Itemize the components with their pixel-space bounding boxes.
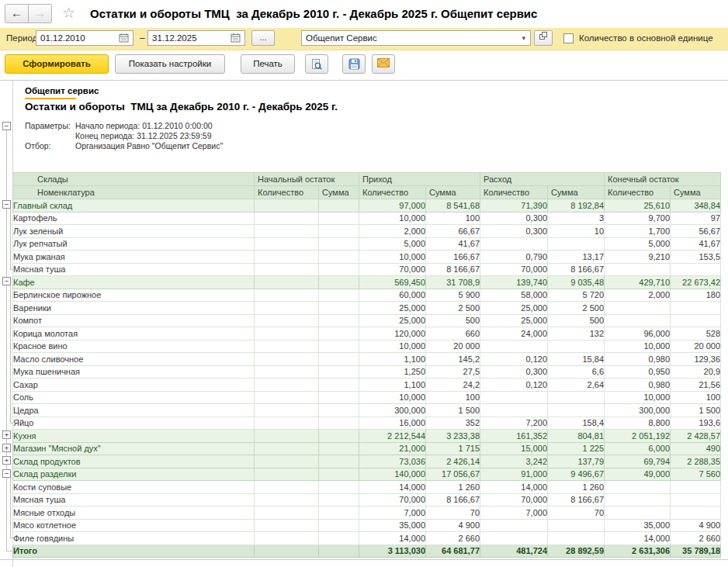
- cell-value: 500: [548, 314, 605, 327]
- item-row: Мясо котлетное35,0004 90035,0004 900: [13, 519, 721, 532]
- cell-value: 2 500: [548, 302, 605, 315]
- cell-value: 70: [426, 506, 480, 520]
- row-label[interactable]: Кафе: [13, 276, 255, 289]
- cell-value: 25,000: [359, 314, 426, 327]
- report-collapse-button[interactable]: −: [2, 122, 11, 130]
- header-sum: Сумма: [426, 186, 480, 199]
- expand-group-button[interactable]: +: [2, 456, 11, 465]
- cell-value: [319, 212, 359, 225]
- cell-value: 14,000: [480, 481, 548, 494]
- cell-value: 13,17: [548, 251, 605, 264]
- cell-value: [548, 519, 605, 532]
- cell-value: [319, 314, 359, 327]
- cell-value: [319, 519, 359, 532]
- collapse-group-button[interactable]: −: [2, 469, 11, 478]
- cell-value: [605, 314, 671, 327]
- cell-value: 9 035,48: [548, 276, 605, 289]
- row-label[interactable]: Склад разделки: [13, 468, 255, 481]
- cell-value: 0,300: [480, 212, 548, 225]
- print-button[interactable]: Печать: [241, 54, 295, 74]
- tree-line: [10, 209, 11, 269]
- save-button[interactable]: [342, 54, 366, 74]
- cell-value: 300,000: [605, 404, 671, 417]
- collapse-group-button[interactable]: −: [2, 277, 11, 285]
- cell-value: [255, 506, 319, 520]
- cell-value: [319, 404, 359, 417]
- report-org-name[interactable]: Общепит сервис: [25, 86, 99, 95]
- row-label[interactable]: Склад продуктов: [13, 455, 255, 468]
- header-qty: Количество: [255, 186, 319, 199]
- cell-value: [319, 327, 359, 341]
- organization-value: Общепит Сервис: [306, 33, 377, 43]
- expand-group-button[interactable]: +: [2, 444, 11, 452]
- favorite-star-icon[interactable]: ☆: [62, 4, 75, 22]
- forward-arrow-icon: →: [34, 6, 46, 19]
- collapse-group-button[interactable]: −: [2, 200, 11, 209]
- date-from-input[interactable]: 01.12.2010: [36, 30, 133, 46]
- organization-open-button[interactable]: [534, 30, 553, 46]
- show-settings-button[interactable]: Показать настройки: [115, 54, 225, 74]
- cell-value: [671, 481, 721, 494]
- cell-value: 24,2: [426, 379, 480, 392]
- row-label: Мясная туша: [13, 263, 255, 276]
- row-label[interactable]: Магазин "Мясной дух": [13, 442, 255, 455]
- row-label[interactable]: Кухня: [13, 430, 255, 443]
- row-label: Филе говядины: [13, 532, 255, 545]
- cell-value: 2,000: [359, 225, 426, 238]
- cell-value: 15,84: [548, 353, 605, 366]
- page-title: Остатки и обороты ТМЦ за Декабрь 2010 г.…: [90, 7, 537, 20]
- generate-report-button[interactable]: Сформировать: [5, 54, 109, 74]
- row-label: Лук зеленый: [13, 225, 255, 238]
- cell-value: 352: [426, 417, 480, 430]
- cell-value: 21,56: [671, 379, 721, 392]
- cell-value: 1 260: [548, 481, 605, 494]
- print-preview-button[interactable]: [305, 54, 328, 74]
- cell-value: 10: [548, 225, 605, 238]
- group-row: Кухня2 212,5443 233,38161,352804,812 051…: [13, 430, 721, 443]
- forward-button[interactable]: →: [28, 4, 52, 23]
- cell-value: 804,81: [548, 430, 605, 443]
- cell-value: 5 720: [548, 289, 605, 302]
- date-to-input[interactable]: 31.12.2025: [147, 30, 245, 46]
- cell-value: 16,000: [359, 417, 426, 430]
- row-label[interactable]: Главный склад: [13, 199, 255, 213]
- cell-value: [319, 506, 359, 520]
- cell-value: [255, 404, 319, 417]
- cell-value: 91,000: [480, 468, 548, 481]
- calendar-icon[interactable]: [227, 33, 243, 43]
- cell-value: 3 113,030: [359, 545, 426, 558]
- cell-value: [480, 391, 548, 404]
- cell-value: 25,000: [480, 314, 548, 327]
- tree-line: [6, 130, 7, 551]
- cell-value: 2 631,306: [605, 545, 671, 558]
- cell-value: [255, 532, 319, 545]
- send-email-button[interactable]: [372, 54, 395, 74]
- back-button[interactable]: ←: [5, 4, 29, 23]
- tree-line: [10, 269, 13, 270]
- qty-base-unit-checkbox[interactable]: [563, 33, 574, 43]
- cell-value: 15,000: [480, 442, 548, 455]
- cell-value: [319, 289, 359, 302]
- item-row: Лук репчатый5,00041,675,00041,67: [13, 237, 721, 251]
- cell-value: 0,120: [480, 353, 548, 366]
- envelope-icon: [377, 58, 390, 67]
- cell-value: [255, 519, 319, 532]
- cell-value: [255, 391, 319, 404]
- cell-value: [480, 532, 548, 545]
- cell-value: [319, 532, 359, 545]
- expand-group-button[interactable]: +: [2, 430, 11, 439]
- cell-value: 3 233,38: [426, 430, 480, 443]
- header-closing-balance: Конечный остаток: [605, 173, 721, 186]
- cell-value: [319, 353, 359, 366]
- group-row: Главный склад97,0008 541,6871,3908 192,8…: [13, 199, 721, 213]
- row-label: Компот: [13, 314, 255, 327]
- organization-combobox[interactable]: Общепит Сервис ▾: [301, 30, 531, 46]
- header-income: Приход: [359, 173, 480, 186]
- cell-value: [319, 455, 359, 468]
- cell-value: 193,6: [671, 417, 721, 430]
- item-row: Мясные отходы7,000707,00070: [13, 506, 721, 520]
- cell-value: [255, 251, 319, 264]
- chevron-down-icon[interactable]: ▾: [522, 34, 525, 42]
- period-more-button[interactable]: ...: [251, 30, 275, 46]
- calendar-icon[interactable]: [116, 33, 131, 43]
